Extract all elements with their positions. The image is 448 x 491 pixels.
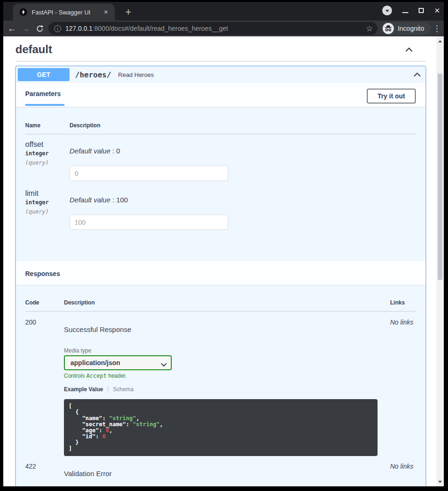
url-host: 127.0.0.1: [65, 25, 92, 32]
site-info-icon[interactable]: i: [54, 25, 61, 32]
window-menu-icon[interactable]: [382, 6, 392, 15]
tab-parameters[interactable]: Parameters: [25, 90, 64, 106]
incognito-label: Incognito: [398, 25, 424, 32]
browser-toolbar: ← → i 127.0.0.1:8000/docs#/default/read_…: [3, 21, 444, 36]
browser-menu-icon[interactable]: ⋮: [431, 24, 443, 34]
param-default-label: Default value: [70, 196, 111, 204]
response-row-422: 422 Validation Error No links: [25, 456, 416, 477]
parameters-table: Name Description offset integer (query) …: [16, 107, 426, 261]
operation-summary-text: Read Heroes: [118, 71, 154, 78]
tab-separator: [108, 386, 108, 393]
reload-icon[interactable]: [33, 25, 47, 33]
media-type-label: Media type: [64, 347, 390, 354]
parameters-header: Parameters Try it out: [16, 83, 426, 107]
fastapi-favicon-icon: [20, 8, 27, 16]
param-type: integer: [25, 199, 70, 206]
tab-title: FastAPI - Swagger UI: [32, 9, 102, 16]
scrollbar-thumb[interactable]: [438, 74, 442, 280]
col-header-code: Code: [25, 299, 64, 306]
responses-header: Responses: [16, 261, 426, 285]
parameter-row-offset: offset integer (query) Default value : 0: [25, 134, 416, 189]
param-location: (query): [25, 159, 70, 166]
tab-schema[interactable]: Schema: [113, 386, 133, 393]
example-json-code: [ { "name": "string", "secret_name": "st…: [64, 399, 378, 456]
tab-strip: FastAPI - Swagger UI ✕ + ✕: [3, 2, 444, 21]
response-row-200: 200 Successful Response Media type appli…: [25, 311, 416, 456]
bookmark-star-icon[interactable]: ☆: [366, 24, 373, 34]
operation-collapse-chevron-up-icon[interactable]: [413, 72, 421, 77]
incognito-badge: Incognito: [381, 22, 431, 35]
browser-tab[interactable]: FastAPI - Swagger UI ✕: [13, 4, 115, 21]
page-scrollbar[interactable]: [436, 36, 444, 486]
responses-title: Responses: [25, 270, 60, 277]
param-input-offset[interactable]: [70, 166, 228, 181]
media-type-note: Controls Accept header.: [64, 373, 390, 379]
response-links: No links: [390, 463, 416, 477]
responses-table: Code Description Links 200 Successful Re…: [16, 285, 426, 486]
incognito-icon: [383, 23, 394, 34]
response-description: Successful Response: [64, 325, 390, 333]
param-name: offset: [25, 140, 70, 149]
col-header-description: Description: [64, 299, 390, 306]
response-code: 422: [25, 463, 64, 477]
response-links: No links: [390, 318, 416, 456]
section-divider: [15, 61, 426, 62]
close-window-icon[interactable]: ✕: [434, 7, 440, 14]
operation-path: /heroes/: [75, 70, 111, 79]
param-input-limit[interactable]: [70, 214, 228, 230]
param-location: (query): [25, 208, 70, 215]
section-collapse-chevron-up-icon[interactable]: [405, 47, 413, 52]
col-header-links: Links: [390, 299, 416, 306]
col-header-description: Description: [70, 122, 416, 129]
operation-summary[interactable]: GET /heroes/ Read Heroes: [16, 66, 426, 83]
new-tab-icon[interactable]: +: [122, 7, 134, 18]
tab-example-value[interactable]: Example Value: [64, 386, 103, 393]
tab-close-icon[interactable]: ✕: [102, 8, 110, 16]
forward-icon[interactable]: →: [19, 24, 33, 34]
col-header-name: Name: [25, 122, 70, 129]
scroll-up-icon[interactable]: [436, 37, 444, 45]
parameter-row-limit: limit integer (query) Default value : 10…: [25, 189, 416, 238]
url-path: :8000/docs#/default/read_heroes_heroes__…: [92, 25, 228, 32]
response-code: 200: [25, 318, 64, 456]
url-text[interactable]: 127.0.0.1:8000/docs#/default/read_heroes…: [65, 25, 363, 32]
http-method-badge: GET: [18, 68, 70, 81]
minimize-icon[interactable]: [402, 12, 408, 13]
operation-block-get-heroes: GET /heroes/ Read Heroes Parameters Try …: [15, 66, 426, 486]
page-content: default GET /heroes/ Read Heroes Paramet…: [3, 36, 436, 486]
response-description: Validation Error: [64, 470, 390, 477]
scroll-down-icon[interactable]: [436, 478, 444, 485]
param-default-value: : 0: [111, 147, 120, 155]
param-default-value: : 100: [111, 196, 128, 204]
media-type-select[interactable]: application/json: [64, 355, 172, 370]
param-name: limit: [25, 189, 70, 198]
back-icon[interactable]: ←: [5, 24, 19, 34]
api-group-title: default: [15, 43, 52, 56]
maximize-icon[interactable]: [419, 8, 424, 13]
param-type: integer: [25, 150, 70, 157]
url-bar[interactable]: i 127.0.0.1:8000/docs#/default/read_hero…: [49, 22, 378, 35]
param-default-label: Default value: [70, 147, 111, 155]
try-it-out-button[interactable]: Try it out: [367, 89, 416, 104]
